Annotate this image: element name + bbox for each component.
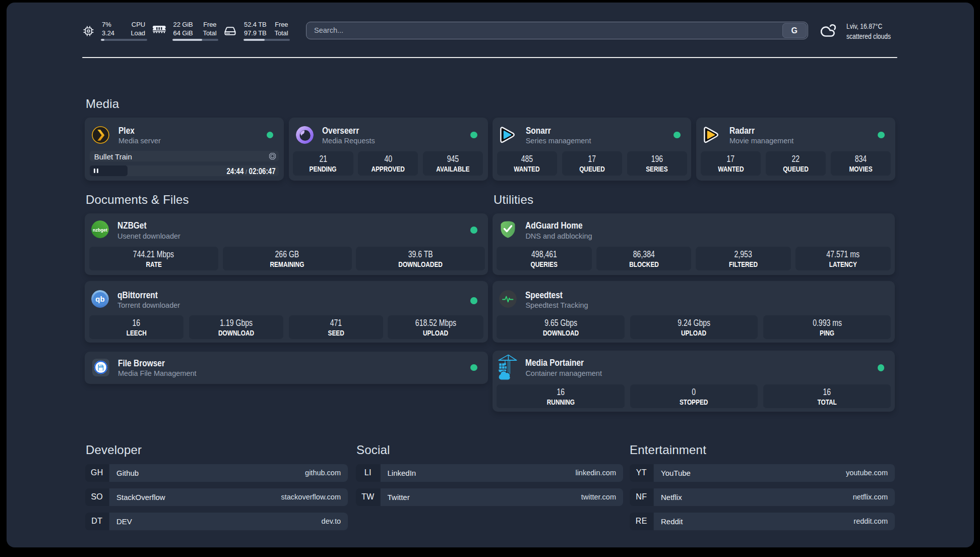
svg-text:nzbget: nzbget	[93, 228, 107, 233]
svg-text:qb: qb	[95, 295, 104, 303]
